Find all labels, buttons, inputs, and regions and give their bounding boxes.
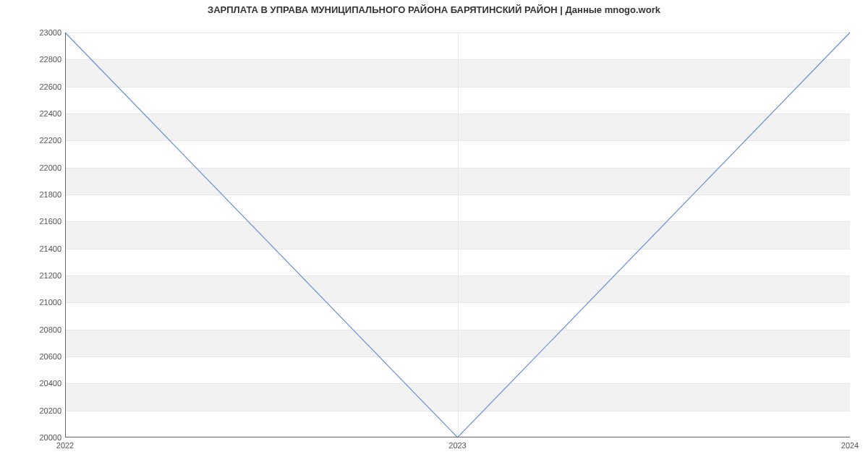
y-tick-label: 20800 — [25, 325, 61, 334]
y-tick-label: 22200 — [25, 136, 61, 145]
y-tick-label: 21800 — [25, 190, 61, 199]
y-tick-label: 21200 — [25, 271, 61, 280]
y-tick-label: 21000 — [25, 298, 61, 307]
y-tick-label: 20200 — [25, 406, 61, 415]
x-tick-label: 2024 — [841, 441, 859, 450]
y-tick-label: 20600 — [25, 352, 61, 361]
y-tick-label: 21600 — [25, 217, 61, 226]
y-tick-label: 22600 — [25, 82, 61, 91]
x-axis-line — [65, 437, 850, 437]
y-tick-label: 22400 — [25, 109, 61, 118]
chart-title: ЗАРПЛАТА В УПРАВА МУНИЦИПАЛЬНОГО РАЙОНА … — [0, 4, 868, 15]
chart-container: ЗАРПЛАТА В УПРАВА МУНИЦИПАЛЬНОГО РАЙОНА … — [0, 0, 868, 470]
y-tick-label: 23000 — [25, 28, 61, 37]
x-tick-label: 2022 — [56, 441, 74, 450]
y-axis-line — [65, 33, 66, 437]
y-tick-label: 22000 — [25, 163, 61, 172]
y-tick-label: 21400 — [25, 244, 61, 253]
y-tick-label: 20400 — [25, 379, 61, 388]
plot-area — [65, 33, 850, 437]
line-series — [65, 33, 850, 437]
x-tick-label: 2023 — [448, 441, 466, 450]
y-tick-label: 22800 — [25, 55, 61, 64]
